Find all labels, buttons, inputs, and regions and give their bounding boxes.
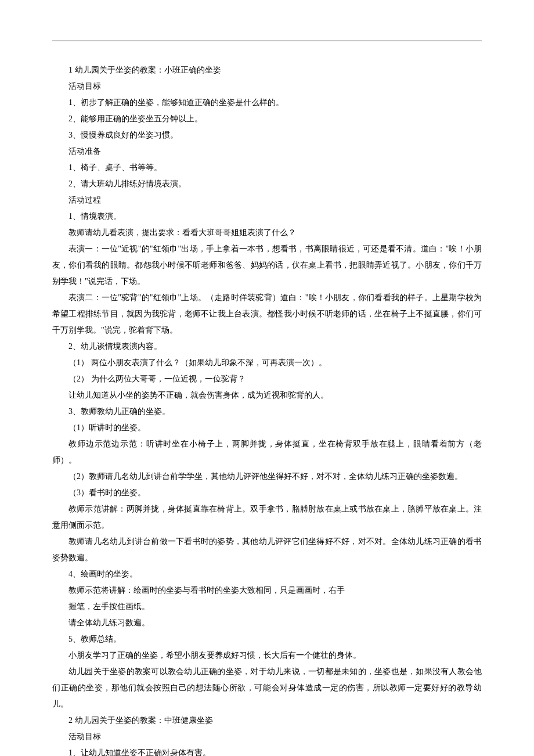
paragraph: 幼儿园关于坐姿的教案可以教会幼儿正确的坐姿，对于幼儿来说，一切都是未知的，坐姿也… [52, 664, 482, 712]
line: 活动准备 [52, 143, 482, 160]
paragraph: 表演一：一位"近视"的"红领巾"出场，手上拿着一本书，想看书，书离眼睛很近，可还… [52, 241, 482, 290]
line: 活动目标 [52, 78, 482, 95]
line: （2） 为什么两位大哥哥，一位近视，一位驼背？ [52, 371, 482, 387]
line: （1） 两位小朋友表演了什么？（如果幼儿印象不深，可再表演一次）。 [52, 355, 482, 371]
line: 1、情境表演。 [52, 208, 482, 225]
paragraph: 教师示范讲解：两脚并拢，身体挺直靠在椅背上。双手拿书，胳膊肘放在桌上或书放在桌上… [52, 501, 482, 534]
line: 2、请大班幼儿排练好情境表演。 [52, 176, 482, 192]
line: （3）看书时的坐姿。 [52, 485, 482, 501]
line: 小朋友学习了正确的坐姿，希望小朋友要养成好习惯，长大后有一个健壮的身体。 [52, 647, 482, 664]
line: （2）教师请几名幼儿到讲台前学学坐，其他幼儿评评他坐得好不好，对不对，全体幼儿练… [52, 469, 482, 485]
line: 握笔，左手按住画纸。 [52, 599, 482, 615]
document-page: 1 幼儿园关于坐姿的教案：小班正确的坐姿 活动目标 1、初步了解正确的坐姿，能够… [0, 0, 534, 756]
line: 1 幼儿园关于坐姿的教案：小班正确的坐姿 [52, 62, 482, 78]
paragraph: 表演二：一位"驼背"的"红领巾"上场。（走路时佯装驼背）道白："唉！小朋友，你们… [52, 290, 482, 339]
line: 2、能够用正确的坐姿坐五分钟以上。 [52, 111, 482, 127]
line: 5、教师总结。 [52, 631, 482, 647]
line: 活动目标 [52, 729, 482, 745]
line: 教师请幼儿看表演，提出要求：看看大班哥哥姐姐表演了什么？ [52, 225, 482, 241]
line: 1、初步了解正确的坐姿，能够知道正确的坐姿是什么样的。 [52, 95, 482, 111]
line: 1、让幼儿知道坐姿不正确对身体有害。 [52, 745, 482, 756]
line: 4、绘画时的坐姿。 [52, 566, 482, 582]
line: 请全体幼儿练习数遍。 [52, 615, 482, 631]
line: 3、慢慢养成良好的坐姿习惯。 [52, 127, 482, 143]
line: 教师示范将讲解：绘画时的坐姿与看书时的坐姿大致相同，只是画画时，右手 [52, 582, 482, 599]
paragraph: 教师边示范边示范：听讲时坐在小椅子上，两脚并拢，身体挺直，坐在椅背双手放在腿上，… [52, 436, 482, 469]
paragraph: 教师请几名幼儿到讲台前做一下看书时的姿势，其他幼儿评评它们坐得好不好，对不对。全… [52, 534, 482, 566]
line: 活动过程 [52, 192, 482, 208]
line: 3、教师教幼儿正确的坐姿。 [52, 404, 482, 420]
line: （1）听讲时的坐姿。 [52, 420, 482, 436]
line: 让幼儿知道从小坐的姿势不正确，就会伤害身体，成为近视和驼背的人。 [52, 387, 482, 404]
line: 2、幼儿谈情境表演内容。 [52, 339, 482, 355]
line: 1、椅子、桌子、书等等。 [52, 160, 482, 176]
line: 2 幼儿园关于坐姿的教案：中班健康坐姿 [52, 712, 482, 729]
top-rule [52, 41, 482, 41]
